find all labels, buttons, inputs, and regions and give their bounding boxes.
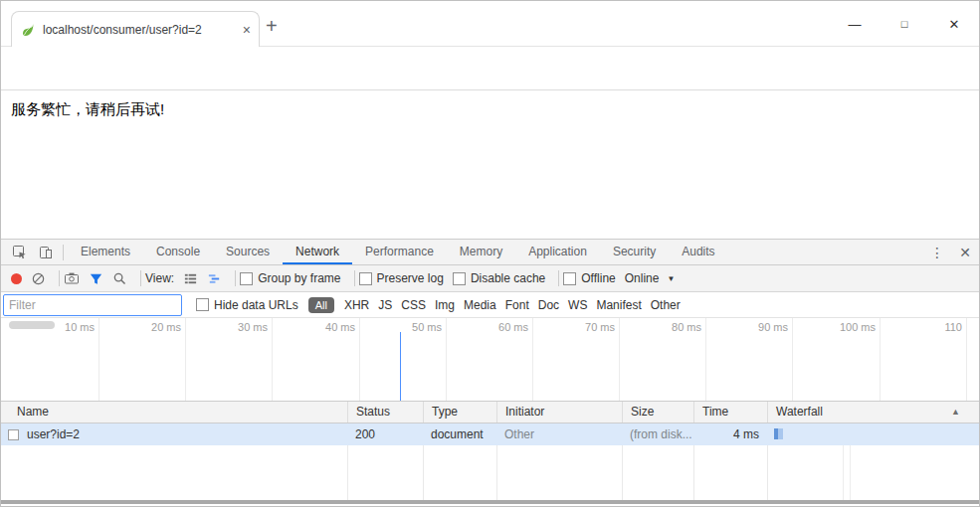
tick-label: 40 ms (311, 321, 355, 333)
column-header-time[interactable]: Time (693, 402, 767, 422)
view-list-icon[interactable] (183, 271, 198, 286)
divider (140, 270, 141, 286)
requests-table-body: user?id=2 200 document Other (from disk.… (1, 423, 979, 500)
filter-chip-all[interactable]: All (308, 297, 334, 313)
filter-chip-js[interactable]: JS (378, 298, 392, 312)
tab-title: localhost/consumer/user?id=2 (43, 23, 237, 37)
filter-chip-font[interactable]: Font (505, 298, 529, 312)
request-name-cell[interactable]: user?id=2 (1, 427, 347, 441)
request-row[interactable]: user?id=2 200 document Other (from disk.… (1, 423, 979, 445)
group-by-frame-checkbox[interactable]: Group by frame (240, 271, 340, 285)
gridline (359, 318, 360, 401)
devtools-tabbar: Elements Console Sources Network Perform… (1, 239, 979, 265)
browser-window: localhost/consumer/user?id=2 × + — □ ✕ ←… (0, 0, 980, 507)
gridline (880, 318, 881, 401)
gridline (792, 318, 793, 401)
new-tab-button[interactable]: + (266, 15, 278, 38)
device-toolbar-icon[interactable] (33, 240, 59, 264)
tab-application[interactable]: Application (515, 240, 600, 264)
filter-chip-media[interactable]: Media (464, 298, 496, 312)
record-button[interactable] (11, 273, 22, 284)
clear-requests-icon[interactable] (31, 271, 46, 286)
divider (558, 270, 559, 286)
tab-console[interactable]: Console (143, 240, 213, 264)
network-filter-row: Hide data URLs All XHR JS CSS Img Media … (1, 292, 979, 318)
gridline (446, 318, 447, 401)
search-icon[interactable] (112, 271, 127, 286)
document-icon (8, 429, 19, 440)
filter-chip-manifest[interactable]: Manifest (596, 298, 641, 312)
tab-memory[interactable]: Memory (447, 240, 515, 264)
filter-chip-img[interactable]: Img (435, 298, 455, 312)
tick-label: 60 ms (485, 321, 528, 333)
disable-cache-label: Disable cache (471, 271, 545, 285)
inspect-element-icon[interactable] (7, 240, 33, 264)
gridline (532, 318, 533, 401)
column-header-waterfall[interactable]: Waterfall (767, 402, 979, 422)
tab-performance[interactable]: Performance (352, 240, 447, 264)
filter-chip-xhr[interactable]: XHR (344, 298, 369, 312)
screenshot-camera-icon[interactable] (64, 270, 80, 286)
request-name: user?id=2 (27, 427, 80, 441)
gridline (185, 318, 186, 401)
request-initiator-cell[interactable]: Other (496, 427, 622, 441)
window-bottom-edge (1, 500, 979, 504)
checkbox-icon (453, 272, 466, 285)
waterfall-bar-light (778, 428, 783, 439)
filter-chip-other[interactable]: Other (651, 298, 681, 312)
divider (59, 270, 60, 286)
gridline (619, 318, 620, 401)
preserve-log-checkbox[interactable]: Preserve log (359, 271, 444, 285)
tick-label: 20 ms (137, 321, 181, 333)
offline-label: Offline (581, 271, 615, 285)
filter-funnel-icon[interactable] (89, 271, 103, 286)
tick-label: 70 ms (571, 321, 615, 333)
hide-data-urls-label: Hide data URLs (214, 298, 298, 312)
title-bar: localhost/consumer/user?id=2 × + — □ ✕ (1, 1, 979, 47)
overview-scroll-thumb[interactable] (9, 321, 55, 329)
column-header-type[interactable]: Type (423, 402, 496, 422)
filter-chip-css[interactable]: CSS (401, 298, 426, 312)
gridline (272, 318, 273, 401)
filter-input[interactable] (3, 294, 182, 316)
sort-ascending-icon[interactable]: ▲ (951, 407, 960, 417)
tick-label: 30 ms (224, 321, 268, 333)
filter-chip-doc[interactable]: Doc (538, 298, 559, 312)
window-maximize-button[interactable]: □ (884, 11, 924, 37)
throttling-dropdown[interactable]: Online▼ (625, 271, 676, 285)
view-waterfall-icon[interactable] (207, 271, 222, 286)
group-by-frame-label: Group by frame (258, 271, 340, 285)
filter-chip-ws[interactable]: WS (568, 298, 587, 312)
tick-label: 110 (918, 321, 962, 333)
divider (354, 270, 355, 286)
divider (235, 270, 236, 286)
tick-label: 50 ms (398, 321, 442, 333)
tab-close-icon[interactable]: × (243, 22, 251, 38)
tick-label: 80 ms (658, 321, 701, 333)
tab-network[interactable]: Network (283, 240, 352, 264)
offline-checkbox[interactable]: Offline (563, 271, 615, 285)
column-header-name[interactable]: Name (1, 402, 347, 422)
browser-tab[interactable]: localhost/consumer/user?id=2 × (11, 11, 260, 47)
window-close-button[interactable]: ✕ (934, 11, 974, 37)
window-minimize-button[interactable]: — (835, 11, 875, 37)
domcontentloaded-marker (400, 332, 401, 401)
column-header-status[interactable]: Status (347, 402, 423, 422)
network-timeline-overview[interactable]: 10 ms 20 ms 30 ms 40 ms 50 ms 60 ms 70 m… (1, 318, 979, 401)
tab-elements[interactable]: Elements (68, 240, 143, 264)
column-header-initiator[interactable]: Initiator (496, 402, 622, 422)
request-size-cell: (from disk... (622, 427, 693, 441)
devtools-more-icon[interactable]: ⋮ (923, 245, 951, 260)
devtools-close-icon[interactable]: ✕ (951, 245, 979, 260)
column-header-size[interactable]: Size (622, 402, 693, 422)
gridline (705, 318, 706, 401)
request-waterfall-cell (767, 423, 979, 445)
checkbox-icon (240, 272, 253, 285)
view-label: View: (145, 271, 174, 285)
disable-cache-checkbox[interactable]: Disable cache (453, 271, 545, 285)
tab-audits[interactable]: Audits (669, 240, 727, 264)
hide-data-urls-checkbox[interactable]: Hide data URLs (196, 298, 298, 312)
tab-security[interactable]: Security (600, 240, 669, 264)
gridline (966, 318, 967, 401)
tab-sources[interactable]: Sources (213, 240, 283, 264)
